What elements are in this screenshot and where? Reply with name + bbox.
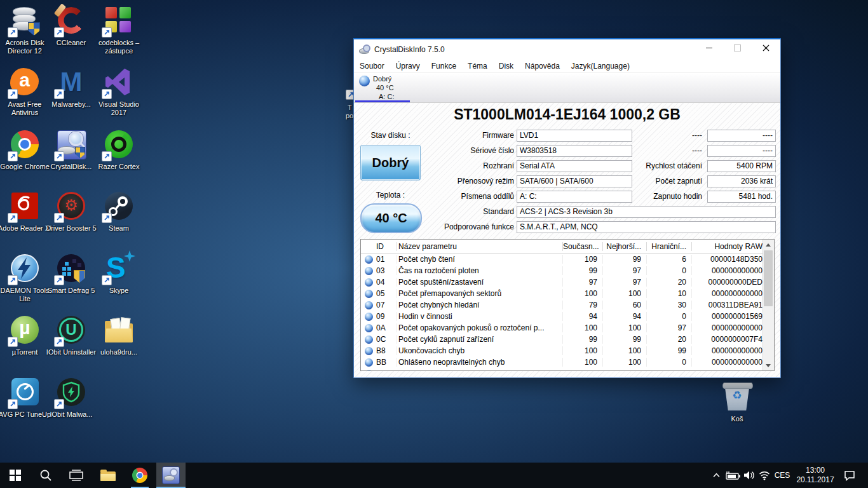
desktop-icon-visual-studio[interactable]: Visual Studio 2017 xyxy=(92,67,146,117)
field-label: ---- xyxy=(627,130,702,142)
menu-soubor[interactable]: Soubor xyxy=(354,62,390,71)
status-orb-icon xyxy=(365,370,373,371)
desktop-icon-driver-booster[interactable]: Driver Booster 5 xyxy=(44,191,98,233)
shortcut-arrow-icon xyxy=(54,89,64,99)
desktop-icon-iobit-uninstaller[interactable]: IObit Uninstaller xyxy=(44,315,98,356)
smart-defrag-icon xyxy=(56,253,86,283)
search-icon xyxy=(39,469,52,482)
search-button[interactable] xyxy=(32,463,60,488)
menu-funkce[interactable]: Funkce xyxy=(426,62,462,71)
menu-disk[interactable]: Disk xyxy=(493,62,519,71)
field-label: Podporované funkce xyxy=(392,221,514,233)
utorrent-icon xyxy=(10,315,40,345)
windows-logo-icon xyxy=(10,470,21,481)
desktop-icon-malwarebytes[interactable]: Malwareby... xyxy=(44,67,98,109)
field-value: ---- xyxy=(707,145,776,157)
chrome-taskbar-button[interactable] xyxy=(126,463,154,488)
table-row[interactable]: 07 Počet chybných hledání 79 60 30 00031… xyxy=(361,299,763,311)
language-indicator[interactable]: CES xyxy=(771,463,793,488)
table-scrollbar[interactable] xyxy=(763,240,774,370)
table-row[interactable]: BB Ohlášeno neopravitelných chyb 100 100… xyxy=(361,356,763,368)
chrome-icon xyxy=(132,468,147,483)
table-row[interactable]: 09 Hodin v činnosti 94 94 0 000000001569 xyxy=(361,311,763,322)
shortcut-arrow-icon xyxy=(102,89,112,99)
field-label: Standard xyxy=(392,206,514,218)
steam-icon xyxy=(104,191,134,221)
table-row[interactable]: B8 Ukončovacích chyb 100 100 99 00000000… xyxy=(361,345,763,356)
field-label: Zapnuto hodin xyxy=(627,191,702,203)
close-icon xyxy=(763,44,770,51)
status-orb-icon xyxy=(365,278,373,287)
desktop-icon-steam[interactable]: Steam xyxy=(92,191,146,233)
titlebar[interactable]: CrystalDiskInfo 7.5.0 xyxy=(354,39,780,59)
status-orb-icon xyxy=(365,347,373,355)
task-view-icon xyxy=(69,470,83,481)
field-value: 5481 hod. xyxy=(707,191,776,203)
shortcut-arrow-icon xyxy=(54,275,64,285)
drive-selector-item[interactable]: Dobrý 40 °C A: C: xyxy=(373,74,394,101)
start-button[interactable] xyxy=(0,463,31,488)
menu-jazyk[interactable]: Jazyk(Language) xyxy=(566,62,635,71)
action-center-button[interactable] xyxy=(839,463,860,488)
shortcut-arrow-icon xyxy=(8,337,18,347)
close-button[interactable] xyxy=(752,38,780,58)
field-value: Serial ATA xyxy=(517,160,632,172)
shortcut-arrow-icon xyxy=(8,275,18,285)
desktop-icon-smart-defrag[interactable]: Smart Defrag 5 xyxy=(44,253,98,295)
scroll-up-icon[interactable] xyxy=(763,240,773,250)
folder-icon xyxy=(104,315,134,345)
battery-tray-button[interactable] xyxy=(724,463,742,488)
field-value: ACS-2 | ACS-3 Revision 3b xyxy=(517,206,776,218)
desktop-icon-ccleaner[interactable]: CCleaner xyxy=(44,5,98,47)
recycle-bin[interactable]: Koš xyxy=(716,381,758,423)
clock[interactable]: 13:00 20.11.2017 xyxy=(794,463,836,488)
field-label: Počet zapnutí xyxy=(627,175,702,187)
desktop-icon-crystaldiskinfo[interactable]: CrystalDisk... xyxy=(44,129,98,171)
field-value: SATA/600 | SATA/600 xyxy=(517,175,632,187)
tray-expand-button[interactable] xyxy=(708,463,724,488)
table-header-row: ID Název parametru Současn... Nejhorší..… xyxy=(361,240,763,254)
menu-napoveda[interactable]: Nápověda xyxy=(519,62,566,71)
window-main: ST1000LM014-1EJ164 1000,2 GB Stav disku … xyxy=(354,103,780,377)
app-icon xyxy=(359,44,370,55)
col-header-id: ID xyxy=(376,242,397,251)
table-row[interactable]: 0C Počet cyklů zapnutí zařízení 99 99 20… xyxy=(361,334,763,345)
scroll-down-icon[interactable] xyxy=(763,360,773,370)
desktop-icon-iobit-malware-fighter[interactable]: IObit Malwa... xyxy=(44,377,98,419)
task-view-button[interactable] xyxy=(62,463,90,488)
scrollbar-thumb[interactable] xyxy=(764,250,773,306)
menu-tema[interactable]: Téma xyxy=(462,62,493,71)
status-orb-icon xyxy=(365,290,373,298)
desktop-icon-partially-hidden[interactable]: T poč xyxy=(341,88,353,125)
desktop: Acronis Disk Director 12 CCleaner codebl… xyxy=(0,0,868,488)
table-row[interactable]: 0A Počet opakovaných pokusů o roztočení … xyxy=(361,322,763,334)
table-row[interactable]: 01 Počet chyb čtení 109 99 6 00000148D35… xyxy=(361,254,763,265)
desktop-icon-skype[interactable]: Skype xyxy=(92,253,146,295)
maximize-button[interactable] xyxy=(723,38,752,58)
shortcut-arrow-icon xyxy=(102,275,112,285)
shortcut-arrow-icon xyxy=(54,151,64,161)
crystaldiskinfo-taskbar-button[interactable] xyxy=(156,463,186,488)
drive-selector-bar: Dobrý 40 °C A: C: xyxy=(354,72,780,103)
crystaldiskinfo-icon xyxy=(162,466,180,484)
file-explorer-button[interactable] xyxy=(94,463,122,488)
drive-health-orb-icon xyxy=(359,76,370,86)
desktop-icon-razer-cortex[interactable]: Razer Cortex xyxy=(92,129,146,171)
col-header-raw: Hodnoty RAW xyxy=(691,242,763,251)
shortcut-arrow-icon xyxy=(54,27,64,37)
acronis-disk-director-icon xyxy=(10,5,40,36)
table-row[interactable]: 05 Počet přemapovaných sektorů 100 100 1… xyxy=(361,288,763,299)
shortcut-arrow-icon xyxy=(54,337,64,347)
desktop-icon-folder-uloha9dru[interactable]: uloha9dru... xyxy=(92,315,146,356)
desktop-icon-codeblocks[interactable]: codeblocks – zástupce xyxy=(92,5,146,55)
minimize-button[interactable] xyxy=(695,38,723,58)
field-value: LVD1 xyxy=(517,130,632,142)
volume-tray-button[interactable] xyxy=(741,463,757,488)
wifi-tray-button[interactable] xyxy=(756,463,773,488)
table-row[interactable]: 03 Čas na roztočení ploten 99 97 0 00000… xyxy=(361,265,763,276)
table-row[interactable]: 04 Počet spuštění/zastavení 97 97 20 000… xyxy=(361,276,763,288)
malwarebytes-icon xyxy=(56,67,86,97)
razer-cortex-icon xyxy=(104,129,134,159)
iobit-malware-fighter-icon xyxy=(56,377,86,407)
menu-upravy[interactable]: Úpravy xyxy=(390,62,426,71)
